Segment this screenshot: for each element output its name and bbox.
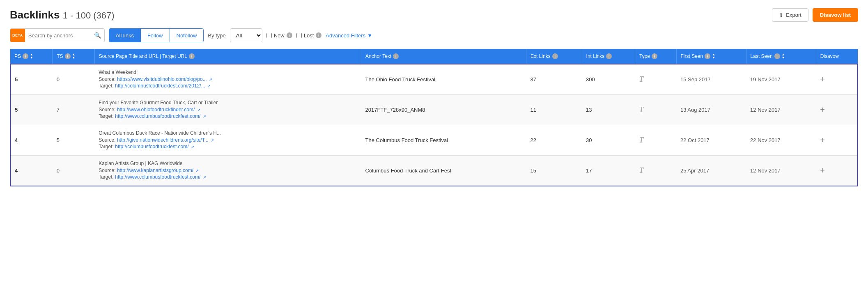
search-button[interactable]: 🔍 — [91, 29, 104, 42]
int-links-value: 300 — [582, 64, 635, 95]
th-anchor: Anchor Text i — [361, 49, 526, 64]
first-seen-value: 15 Sep 2017 — [676, 64, 746, 95]
table-row: 5 7 Find your Favorite Gourmet Food Truc… — [10, 95, 858, 125]
disavow-cell: + — [816, 125, 858, 156]
th-disavow: Disavow — [816, 49, 858, 64]
chevron-down-icon: ▼ — [367, 32, 372, 39]
disavow-plus-button[interactable]: + — [820, 166, 825, 175]
source-cell: What a Weekend! Source: https://www.visi… — [94, 64, 361, 95]
anchor-text: 2017FTF_728x90_ANM8 — [361, 95, 526, 125]
source-url-link[interactable]: https://www.visitdublinohio.com/blog/po.… — [117, 76, 207, 82]
type-info-icon: i — [652, 53, 657, 59]
source-cell: Kaplan Artists Group | KAG Worldwide Sou… — [94, 156, 361, 186]
new-checkbox[interactable] — [266, 33, 272, 38]
ps-sort[interactable]: ▲▼ — [30, 53, 33, 60]
source-url-link[interactable]: http://www.ohiofoodtruckfinder.com/ — [117, 107, 195, 113]
int-links-value: 30 — [582, 125, 635, 156]
ext-links-value: 11 — [526, 95, 582, 125]
lost-checkbox[interactable] — [296, 33, 302, 38]
last-seen-value: 19 Nov 2017 — [746, 64, 816, 95]
source-title: Kaplan Artists Group | KAG Worldwide — [99, 161, 357, 166]
target-url-line: Target: http://www.columbusfoodtruckfest… — [99, 174, 357, 180]
target-url-link[interactable]: http://columbusfoodtruckfest.com/ — [115, 144, 188, 149]
last-seen-value: 12 Nov 2017 — [746, 156, 816, 186]
ts-value: 5 — [53, 125, 94, 156]
ps-info-icon: i — [23, 53, 28, 59]
type-icon: T — [639, 106, 643, 114]
type-value: T — [635, 95, 676, 125]
search-icon: 🔍 — [94, 32, 101, 39]
target-external-icon[interactable]: ➚ — [207, 84, 211, 88]
anchor-text: Columbus Food Truck and Cart Fest — [361, 156, 526, 186]
disavow-plus-button[interactable]: + — [820, 105, 825, 114]
anchor-text: The Columbus Food Truck Festival — [361, 125, 526, 156]
ts-info-icon: i — [65, 53, 71, 59]
target-external-icon[interactable]: ➚ — [191, 145, 194, 149]
target-external-icon[interactable]: ➚ — [203, 114, 206, 119]
source-title: Find your Favorite Gourmet Food Truck, C… — [99, 100, 357, 106]
new-filter-wrapper[interactable]: New i — [266, 32, 292, 39]
th-ext: Ext Links i — [526, 49, 582, 64]
export-icon: ⇧ — [779, 12, 783, 18]
target-url-link[interactable]: http://www.columbusfoodtruckfest.com/ — [115, 113, 200, 119]
source-external-icon[interactable]: ➚ — [197, 108, 200, 112]
source-cell: Find your Favorite Gourmet Food Truck, C… — [94, 95, 361, 125]
th-ps: PS i ▲▼ — [10, 49, 53, 64]
th-first: First Seen i ▲▼ — [676, 49, 746, 64]
ts-sort[interactable]: ▲▼ — [72, 53, 76, 60]
lost-filter-wrapper[interactable]: Lost i — [296, 32, 322, 39]
ext-links-value: 22 — [526, 125, 582, 156]
nofollow-button[interactable]: Nofollow — [170, 29, 204, 42]
disavow-list-button[interactable]: Disavow list — [813, 8, 858, 22]
source-url-link[interactable]: http://give.nationwidechildrens.org/site… — [117, 137, 209, 143]
header-actions: ⇧ Export Disavow list — [772, 8, 858, 22]
disavow-plus-button[interactable]: + — [820, 136, 825, 145]
ps-value: 4 — [10, 156, 53, 186]
all-links-button[interactable]: All links — [109, 29, 141, 42]
disavow-plus-button[interactable]: + — [820, 75, 825, 84]
table-row: 4 5 Great Columbus Duck Race - Nationwid… — [10, 125, 858, 156]
lost-label: Lost — [304, 32, 314, 39]
search-input[interactable] — [25, 29, 91, 42]
last-info-icon: i — [774, 53, 780, 59]
source-title: Great Columbus Duck Race - Nationwide Ch… — [99, 130, 357, 136]
last-sort[interactable]: ▲▼ — [782, 53, 785, 60]
page-title-range: 1 - 100 (367) — [63, 10, 115, 21]
link-type-group: All links Follow Nofollow — [109, 28, 204, 42]
target-url-link[interactable]: http://columbusfoodtruckfest.com/2012/..… — [115, 83, 205, 89]
first-sort[interactable]: ▲▼ — [712, 53, 715, 60]
beta-badge: BETA — [10, 29, 25, 42]
source-title: What a Weekend! — [99, 69, 357, 75]
target-external-icon[interactable]: ➚ — [203, 175, 206, 179]
th-source: Source Page Title and URL | Target URL i — [94, 49, 361, 64]
search-wrapper: BETA 🔍 — [10, 28, 105, 42]
follow-button[interactable]: Follow — [141, 29, 170, 42]
target-url-link[interactable]: http://www.columbusfoodtruckfest.com/ — [115, 174, 200, 180]
first-seen-value: 22 Oct 2017 — [676, 125, 746, 156]
source-external-icon[interactable]: ➚ — [195, 168, 199, 173]
table-header-row: PS i ▲▼ TS i ▲▼ Source Page Title and UR… — [10, 49, 858, 64]
advanced-filters-button[interactable]: Advanced Filters ▼ — [326, 32, 372, 39]
table-row: 5 0 What a Weekend! Source: https://www.… — [10, 64, 858, 95]
ps-value: 4 — [10, 125, 53, 156]
source-url-line: Source: https://www.visitdublinohio.com/… — [99, 76, 357, 82]
by-type-label: By type — [208, 32, 225, 39]
type-value: T — [635, 64, 676, 95]
source-external-icon[interactable]: ➚ — [211, 138, 214, 142]
ext-info-icon: i — [552, 53, 558, 59]
source-external-icon[interactable]: ➚ — [209, 77, 212, 82]
last-seen-value: 22 Nov 2017 — [746, 125, 816, 156]
type-select[interactable]: All Text Image Form — [230, 28, 262, 42]
ps-value: 5 — [10, 95, 53, 125]
disavow-cell: + — [816, 156, 858, 186]
th-ts: TS i ▲▼ — [53, 49, 94, 64]
ts-value: 0 — [53, 64, 94, 95]
new-label: New — [274, 32, 285, 39]
export-button[interactable]: ⇧ Export — [772, 8, 808, 22]
type-icon: T — [639, 166, 643, 175]
first-seen-value: 13 Aug 2017 — [676, 95, 746, 125]
source-url-link[interactable]: http://www.kaplanartistsgroup.com/ — [117, 168, 193, 173]
source-info-icon: i — [189, 53, 195, 59]
first-seen-value: 25 Apr 2017 — [676, 156, 746, 186]
first-info-icon: i — [705, 53, 710, 59]
